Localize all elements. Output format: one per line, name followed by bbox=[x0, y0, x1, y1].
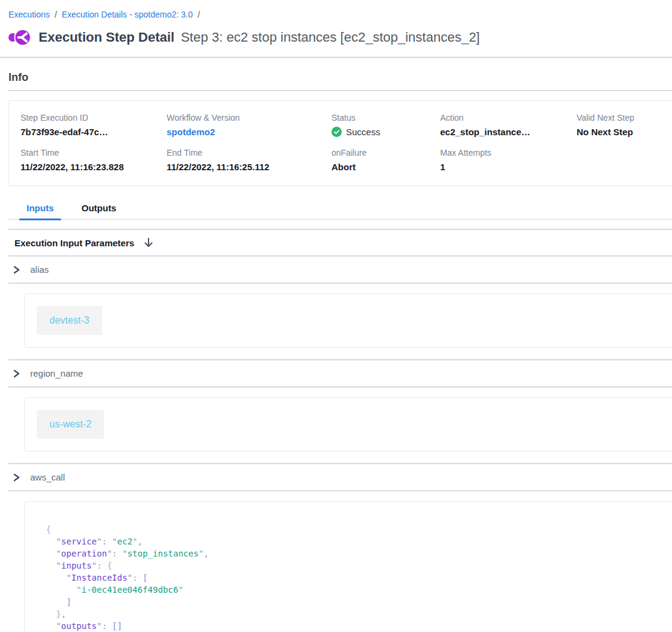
field-label: Step Execution ID bbox=[21, 113, 167, 123]
code-token-key: operation bbox=[61, 549, 107, 558]
alias-value-box: devtest-3 bbox=[24, 293, 672, 348]
code-token-punc: " bbox=[46, 537, 61, 546]
field-value: 1 bbox=[440, 162, 577, 172]
section-divider bbox=[8, 386, 672, 388]
field-label: Status bbox=[331, 113, 440, 123]
field-value: No Next Step bbox=[577, 127, 672, 137]
tab-outputs[interactable]: Outputs bbox=[74, 199, 124, 219]
code-line: }, bbox=[46, 608, 661, 620]
field-end-time: End Time 11/22/2022, 11:16:25.112 bbox=[167, 148, 331, 172]
field-label: Start Time bbox=[21, 148, 167, 158]
region-name-value-chip: us-west-2 bbox=[37, 410, 104, 439]
code-token-punc: ", bbox=[199, 549, 209, 558]
breadcrumb-separator: / bbox=[54, 10, 57, 19]
alias-value-chip: devtest-3 bbox=[37, 306, 102, 335]
code-token-brace: } bbox=[46, 609, 61, 619]
code-token-str: ec2 bbox=[117, 537, 132, 546]
info-divider bbox=[8, 90, 672, 91]
field-label: Workflow & Version bbox=[167, 113, 331, 123]
execution-input-parameters-header: Execution Input Parameters bbox=[8, 230, 672, 255]
info-section-heading: Info bbox=[8, 71, 672, 84]
section-name: region_name bbox=[30, 368, 83, 378]
page-title-group: Execution Step Detail Step 3: ec2 stop i… bbox=[39, 30, 480, 45]
execution-input-parameters-label: Execution Input Parameters bbox=[14, 238, 134, 248]
section-name: aws_call bbox=[30, 472, 65, 482]
workflow-logo-icon bbox=[8, 28, 31, 47]
workflow-link[interactable]: spotdemo2 bbox=[167, 127, 215, 137]
section-header-aws-call[interactable]: aws_call bbox=[8, 464, 672, 490]
code-token-key: outputs bbox=[61, 621, 97, 631]
chevron-right-icon bbox=[12, 266, 21, 274]
section-divider bbox=[8, 282, 672, 284]
breadcrumb: Executions / Execution Details - spotdem… bbox=[0, 0, 672, 19]
field-valid-next-step: Valid Next Step No Next Step bbox=[577, 113, 672, 138]
section-header-region-name[interactable]: region_name bbox=[8, 360, 672, 386]
chevron-right-icon bbox=[12, 369, 21, 378]
code-token-bracket: [ bbox=[142, 573, 147, 583]
section-name: alias bbox=[30, 264, 49, 275]
execution-step-detail-page: Executions / Execution Details - spotdem… bbox=[0, 0, 672, 632]
status-text: Success bbox=[346, 127, 380, 137]
code-token-punc: ": " bbox=[107, 549, 127, 558]
field-value: 11/22/2022, 11:16:25.112 bbox=[167, 162, 331, 172]
chevron-right-icon bbox=[12, 473, 21, 482]
code-line: { bbox=[46, 523, 661, 535]
tab-bar: Inputs Outputs bbox=[8, 199, 672, 220]
code-line: "InstanceIds": [ bbox=[46, 572, 661, 584]
field-value: 11/22/2022, 11:16:23.828 bbox=[21, 162, 167, 172]
code-line: "outputs": [] bbox=[46, 620, 661, 632]
code-token-str: stop_instances bbox=[127, 549, 199, 558]
field-label: Action bbox=[440, 113, 577, 123]
page-subtitle: Step 3: ec2 stop instances [ec2_stop_ins… bbox=[181, 30, 479, 45]
page-title: Execution Step Detail bbox=[39, 30, 174, 45]
code-token-bracket: [] bbox=[112, 621, 123, 631]
code-line: "i-0ec41ee046f49dbc6" bbox=[46, 584, 661, 596]
code-token-punc: ", bbox=[132, 537, 142, 546]
field-label: onFailure bbox=[331, 148, 440, 158]
code-token-punc: ": bbox=[97, 621, 112, 631]
success-check-icon bbox=[331, 127, 342, 137]
code-token-str: i-0ec41ee046f49dbc6 bbox=[82, 585, 178, 595]
tab-inputs[interactable]: Inputs bbox=[19, 199, 61, 219]
code-token-punc: , bbox=[61, 609, 66, 619]
code-token-punc: " bbox=[46, 621, 61, 631]
code-block: { "service": "ec2", "operation": "stop_i… bbox=[46, 523, 661, 632]
code-token-bracket: ] bbox=[46, 597, 71, 607]
field-start-time: Start Time 11/22/2022, 11:16:23.828 bbox=[21, 148, 167, 172]
field-onfailure: onFailure Abort bbox=[331, 148, 440, 172]
code-token-punc: " bbox=[46, 561, 61, 570]
arrow-down-icon[interactable] bbox=[142, 237, 155, 249]
field-value: ec2_stop_instance… bbox=[440, 127, 577, 137]
code-token-punc: " bbox=[46, 573, 71, 583]
code-line: ] bbox=[46, 596, 661, 608]
field-label: Valid Next Step bbox=[577, 113, 672, 123]
header-divider bbox=[0, 57, 672, 58]
code-line: "inputs": { bbox=[46, 560, 661, 572]
code-token-punc: " bbox=[46, 549, 61, 558]
code-token-punc: ": bbox=[127, 573, 142, 583]
breadcrumb-link-executions[interactable]: Executions bbox=[8, 10, 50, 19]
field-max-attempts: Max Attempts 1 bbox=[440, 148, 577, 172]
code-token-brace: { bbox=[46, 525, 51, 534]
field-status: Status Success bbox=[331, 113, 440, 138]
breadcrumb-separator: / bbox=[197, 10, 200, 19]
status-badge: Success bbox=[331, 127, 440, 137]
info-card: Step Execution ID 7b73f93e-edaf-47c… Wor… bbox=[8, 100, 672, 186]
field-workflow-version: Workflow & Version spotdemo2 bbox=[167, 113, 331, 138]
code-token-punc: ": bbox=[92, 561, 107, 570]
section-header-alias[interactable]: alias bbox=[8, 257, 672, 282]
section-divider bbox=[8, 490, 672, 491]
code-token-punc: " bbox=[46, 585, 82, 595]
code-token-key: inputs bbox=[61, 561, 92, 570]
field-empty bbox=[577, 148, 672, 172]
breadcrumb-link-execution-details[interactable]: Execution Details - spotdemo2: 3.0 bbox=[62, 10, 193, 19]
field-label: Max Attempts bbox=[440, 148, 577, 158]
code-token-punc: " bbox=[178, 585, 183, 595]
code-token-brace: { bbox=[107, 561, 112, 570]
code-token-punc: ": " bbox=[97, 537, 117, 546]
code-line: "service": "ec2", bbox=[46, 535, 661, 547]
field-value: 7b73f93e-edaf-47c… bbox=[21, 127, 167, 137]
field-label: End Time bbox=[167, 148, 331, 158]
code-line: "operation": "stop_instances", bbox=[46, 547, 661, 560]
aws-call-code-box: { "service": "ec2", "operation": "stop_i… bbox=[24, 501, 672, 632]
